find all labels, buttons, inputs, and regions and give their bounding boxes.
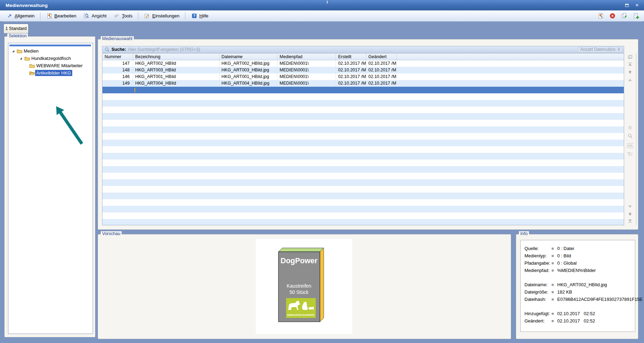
column-header-nummer[interactable]: Nummer bbox=[102, 54, 133, 60]
tree-item-hundkatzegoldfisch[interactable]: Hundkatzegoldfisch bbox=[8, 55, 93, 62]
info-field-label: Hinzugefügt: bbox=[524, 311, 550, 316]
cell-nummer: 146 bbox=[102, 73, 133, 80]
table-row-empty[interactable] bbox=[102, 113, 624, 120]
info-field-value: 182 KB bbox=[557, 289, 572, 295]
column-header-geändert[interactable]: Geändert bbox=[366, 54, 397, 60]
cell-nummer: 149 bbox=[102, 80, 133, 87]
column-header-erstellt[interactable]: Erstellt bbox=[336, 54, 366, 60]
cell-dateiname: HKG_ART002_HBIld.jpg bbox=[220, 60, 278, 67]
bullet-icon bbox=[552, 255, 554, 257]
tree-item-label[interactable]: Hundkatzegoldfisch bbox=[30, 55, 72, 61]
menu-allgemein[interactable]: ↗ Allgemein bbox=[3, 12, 38, 20]
search-input[interactable]: Hier Suchbegriff eingeben (STRG+S) bbox=[128, 47, 578, 52]
info-field-value: HKG_ART002_HBIld.jpg bbox=[557, 282, 607, 287]
column-header-bezeichnung[interactable]: Bezeichnung bbox=[133, 54, 220, 60]
medienauswahl-groupbox: Medienauswahl Suche: Hier Suchbegriff ei… bbox=[98, 39, 638, 230]
table-row[interactable]: 147HKG_ART002_HBIldHKG_ART002_HBIld.jpgM… bbox=[102, 60, 624, 67]
table-row-empty[interactable] bbox=[102, 166, 624, 173]
table-row-empty[interactable] bbox=[102, 133, 624, 140]
cell-dateiname: HKG_ART004_HBIld.jpg bbox=[220, 80, 278, 87]
filter-icon[interactable] bbox=[626, 152, 635, 157]
table-row-empty[interactable] bbox=[102, 107, 624, 113]
info-panel: Quelle:0 : DateiMedientyp:0 : BildPfadan… bbox=[520, 240, 635, 332]
preview-image: DogPower Kaustreifen 50 Stück HUND-KATZE… bbox=[256, 239, 352, 334]
table-row-empty[interactable] bbox=[102, 179, 624, 186]
table-row-empty[interactable] bbox=[102, 146, 624, 153]
close-button[interactable]: ✕ bbox=[634, 2, 641, 9]
column-chooser-icon[interactable] bbox=[626, 55, 635, 60]
table-row[interactable]: 149HKG_ART004_HBIldHKG_ART004_HBIld.jpgM… bbox=[102, 80, 624, 87]
tree-item-webware-mitarbeiter[interactable]: WEBWARE Mitarbeiter bbox=[8, 62, 93, 69]
tree-item-label[interactable]: Artikelbilder HKG bbox=[35, 70, 72, 76]
scroll-down-page-icon[interactable] bbox=[626, 205, 635, 209]
restore-button[interactable] bbox=[623, 2, 630, 9]
zoom-icon[interactable] bbox=[626, 133, 635, 139]
menu-bearbeiten[interactable]: Bearbeiten bbox=[43, 12, 80, 20]
menu-ansicht[interactable]: Ansicht bbox=[80, 12, 110, 20]
selektion-groupbox: Selektion MedienHundkatzegoldfischWEBWAR… bbox=[4, 36, 95, 337]
tree-item-label[interactable]: Medien bbox=[23, 48, 40, 54]
table-row-selected[interactable] bbox=[102, 87, 624, 93]
scroll-up-icon[interactable] bbox=[626, 70, 635, 75]
cell-medienpfad: MEDIEN\0001\ bbox=[277, 80, 336, 87]
table-row-empty[interactable] bbox=[102, 186, 624, 193]
info-field-label: Medienpfad: bbox=[524, 268, 550, 273]
tab-standard[interactable]: 1 Standard bbox=[3, 24, 29, 33]
column-header-dateiname[interactable]: Dateiname bbox=[220, 54, 278, 60]
table-row-empty[interactable] bbox=[102, 153, 624, 159]
cell-dateiname: HKG_ART003_HBild.jpg bbox=[220, 67, 278, 73]
svg-text:HUND-KATZE-GOLDFISCH: HUND-KATZE-GOLDFISCH bbox=[287, 314, 314, 316]
folder-icon bbox=[29, 63, 35, 68]
table-row-empty[interactable] bbox=[102, 173, 624, 179]
selection-tree: MedienHundkatzegoldfischWEBWARE Mitarbei… bbox=[8, 43, 93, 334]
scroll-up-page-icon[interactable] bbox=[626, 78, 635, 83]
tree-expander-icon[interactable] bbox=[11, 49, 15, 53]
info-field-label: Pfadangabe: bbox=[524, 260, 550, 266]
magnifier-document-icon bbox=[83, 13, 90, 19]
cell-dateiname: HKG_ART001_HBild.jpg bbox=[220, 73, 278, 80]
scroll-bottom-icon[interactable] bbox=[626, 219, 635, 224]
record-indicator-icon[interactable]: (I) bbox=[626, 126, 635, 130]
table-row-empty[interactable] bbox=[102, 120, 624, 126]
table-row-empty[interactable] bbox=[102, 199, 624, 206]
cell-geaendert: 02.10.2017 /Mo bbox=[366, 67, 397, 73]
bullet-icon bbox=[552, 284, 554, 286]
table-row-empty[interactable] bbox=[102, 193, 624, 199]
window-title: Medienverwaltung bbox=[6, 3, 620, 8]
vorschau-legend: Vorschau bbox=[101, 231, 122, 236]
menu-tools[interactable]: Tools bbox=[110, 12, 136, 20]
add-document-icon[interactable] bbox=[633, 13, 639, 19]
scroll-down-icon[interactable] bbox=[626, 212, 635, 217]
info-field: Geändert:02.10.2017 02:52 bbox=[521, 317, 635, 325]
scroll-top-icon[interactable] bbox=[626, 62, 635, 67]
tree-item-medien[interactable]: Medien bbox=[8, 47, 93, 55]
media-table: NummerBezeichnungDateinameMedienpfadErst… bbox=[102, 53, 624, 225]
table-row-empty[interactable] bbox=[102, 100, 624, 107]
table-row[interactable]: 146HKG_ART001_HBildHKG_ART001_HBild.jpgM… bbox=[102, 73, 624, 80]
edit-document-icon[interactable] bbox=[597, 13, 604, 19]
table-row-empty[interactable] bbox=[102, 206, 624, 212]
column-header-medienpfad[interactable]: Medienpfad bbox=[277, 54, 336, 60]
info-field: Medienpfad:%MEDIEN%\Bilder bbox=[521, 267, 635, 274]
table-row[interactable]: 148HKG_ART003_HBildHKG_ART003_HBild.jpgM… bbox=[102, 67, 624, 73]
tree-item-artikelbilder-hkg[interactable]: Artikelbilder HKG bbox=[8, 69, 93, 77]
table-row-empty[interactable] bbox=[102, 212, 624, 219]
tree-expander-icon[interactable] bbox=[19, 56, 23, 61]
table-row-empty[interactable] bbox=[102, 93, 624, 100]
table-row-empty[interactable] bbox=[102, 126, 624, 133]
delete-icon[interactable]: ✕ bbox=[609, 13, 615, 19]
xml-export-icon[interactable]: XML bbox=[626, 143, 635, 148]
menu-einstellungen[interactable]: Einstellungen bbox=[140, 12, 183, 20]
cell-erstellt: 02.10.2017 /Mo bbox=[336, 60, 366, 67]
folder-icon bbox=[24, 56, 30, 61]
arrow-up-right-icon: ↗ bbox=[6, 13, 13, 19]
tree-item-label[interactable]: WEBWARE Mitarbeiter bbox=[35, 63, 84, 69]
table-row-empty[interactable] bbox=[102, 140, 624, 146]
copy-icon[interactable] bbox=[621, 13, 627, 19]
table-row-empty[interactable] bbox=[102, 219, 624, 225]
menu-hilfe[interactable]: ? Hilfe bbox=[187, 12, 212, 20]
cell-nummer: 147 bbox=[102, 60, 133, 67]
svg-text:Kaustreifen: Kaustreifen bbox=[287, 283, 312, 289]
info-field-label: Geändert: bbox=[524, 318, 545, 323]
table-row-empty[interactable] bbox=[102, 159, 624, 166]
